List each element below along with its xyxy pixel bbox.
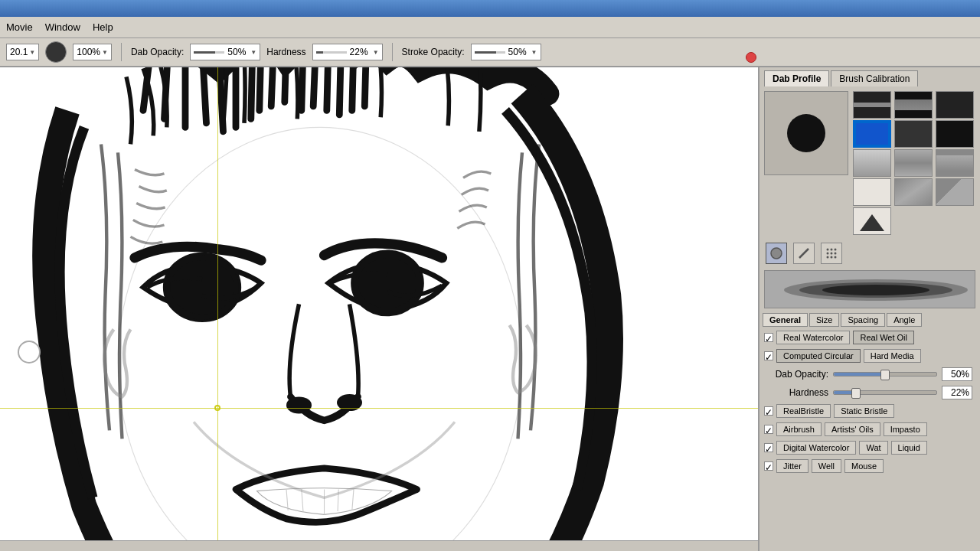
checkbox-digital-watercolor[interactable]: ✓ xyxy=(764,443,773,452)
tab-dab-profile[interactable]: Dab Profile xyxy=(764,70,829,86)
dab-opacity-row: Dab Opacity: 50% xyxy=(760,365,980,383)
menu-window[interactable]: Window xyxy=(45,21,80,33)
svg-point-15 xyxy=(835,253,837,255)
btn-liquid[interactable]: Liquid xyxy=(891,441,927,455)
dab-opacity-panel-value[interactable]: 50% xyxy=(942,367,972,381)
brush-thumb-7[interactable] xyxy=(853,149,891,177)
hardness-slider-box[interactable]: 22% ▼ xyxy=(312,44,383,60)
checkbox-bristle[interactable]: ✓ xyxy=(764,406,773,416)
dab-opacity-thumb[interactable] xyxy=(880,370,890,380)
dab-opacity-slider-box[interactable]: 50% ▼ xyxy=(190,44,260,60)
hardness-mini-slider[interactable] xyxy=(316,51,347,54)
cat-spacing[interactable]: Spacing xyxy=(841,313,885,327)
hardness-value: 22% xyxy=(350,47,368,57)
btn-computed-circular[interactable]: Computed Circular xyxy=(776,349,861,363)
checkbox-watercolor[interactable]: ✓ xyxy=(764,333,773,342)
hardness-panel-value[interactable]: 22% xyxy=(942,386,972,399)
tab-brush-calibration[interactable]: Brush Calibration xyxy=(831,70,918,86)
brush-thumb-12[interactable] xyxy=(936,178,974,206)
cat-angle[interactable]: Angle xyxy=(887,313,922,327)
zoom-pct-select[interactable]: 100% ▼ xyxy=(73,44,112,60)
zoom-pct-arrow: ▼ xyxy=(102,49,108,56)
zoom-value-text: 20.1 xyxy=(10,47,28,57)
btn-impasto[interactable]: Impasto xyxy=(884,422,927,436)
tool-dots-btn[interactable] xyxy=(821,243,842,264)
guide-intersection xyxy=(214,405,220,411)
brush-thumb-3[interactable] xyxy=(936,91,974,119)
right-panel: Dab Profile Brush Calibration xyxy=(758,67,980,551)
dab-opacity-mini-slider[interactable] xyxy=(194,51,224,54)
stroke-opacity-mini-slider[interactable] xyxy=(475,51,505,54)
checkbox-jitter[interactable]: ✓ xyxy=(764,461,773,471)
window-close-button[interactable] xyxy=(746,52,756,63)
checkbox-airbrush[interactable]: ✓ xyxy=(764,425,773,434)
option-row-bristle: ✓ RealBristle Static Bristle xyxy=(760,402,980,420)
brush-thumb-5[interactable] xyxy=(894,120,933,148)
menu-help[interactable]: Help xyxy=(93,21,113,33)
horizontal-scrollbar[interactable] xyxy=(0,540,758,551)
brush-thumb-10[interactable] xyxy=(853,178,891,206)
svg-point-11 xyxy=(831,249,833,251)
checkbox-computed[interactable]: ✓ xyxy=(764,351,773,360)
menu-movie[interactable]: Movie xyxy=(6,21,33,33)
btn-well[interactable]: Well xyxy=(812,459,841,473)
brush-thumb-11[interactable] xyxy=(894,178,933,206)
brush-thumb-6[interactable] xyxy=(936,120,974,148)
btn-real-wet-oil[interactable]: Real Wet Oil xyxy=(853,331,914,344)
svg-point-12 xyxy=(835,249,837,251)
stroke-opacity-slider-box[interactable]: 50% ▼ xyxy=(471,44,541,60)
svg-point-6 xyxy=(286,396,312,413)
zoom-value-select[interactable]: 20.1 ▼ xyxy=(6,44,39,60)
svg-point-8 xyxy=(771,248,782,259)
btn-wat[interactable]: Wat xyxy=(859,441,887,455)
guide-horizontal xyxy=(0,408,758,409)
option-row-jitter: ✓ Jitter Well Mouse xyxy=(760,457,980,475)
btn-real-watercolor[interactable]: Real Watercolor xyxy=(776,331,850,344)
btn-hard-media[interactable]: Hard Media xyxy=(864,349,921,363)
dab-opacity-track[interactable] xyxy=(833,372,937,377)
slash-icon xyxy=(797,246,811,260)
dab-opacity-panel-label: Dab Opacity: xyxy=(767,369,828,380)
brush-dot-preview xyxy=(787,114,825,152)
zoom-value-arrow: ▼ xyxy=(29,49,35,56)
btn-real-bristle[interactable]: RealBristle xyxy=(776,404,831,418)
brush-thumb-2[interactable] xyxy=(894,91,933,119)
hardness-arrow: ▼ xyxy=(373,49,379,56)
svg-point-10 xyxy=(827,249,829,251)
hardness-track[interactable] xyxy=(833,390,937,395)
cat-size[interactable]: Size xyxy=(809,313,839,327)
brush-thumb-4[interactable] xyxy=(853,120,891,148)
btn-mouse[interactable]: Mouse xyxy=(844,459,884,473)
svg-point-5 xyxy=(358,258,417,308)
brush-thumb-1[interactable] xyxy=(853,91,891,119)
brush-preview-area xyxy=(760,86,980,240)
category-tabs: General Size Spacing Angle xyxy=(760,311,980,328)
option-row-airbrush: ✓ Airbrush Artists' Oils Impasto xyxy=(760,420,980,439)
canvas-drawing xyxy=(0,67,758,551)
btn-airbrush[interactable]: Airbrush xyxy=(776,422,822,436)
stroke-preview-svg xyxy=(765,271,975,308)
tool-slash-btn[interactable] xyxy=(793,243,815,264)
circle-icon xyxy=(769,246,783,260)
btn-artists-oils[interactable]: Artists' Oils xyxy=(825,422,880,436)
brush-thumb-8[interactable] xyxy=(894,149,933,177)
brush-preview-toolbar[interactable] xyxy=(45,41,67,63)
toolbar: 20.1 ▼ 100% ▼ Dab Opacity: 50% ▼ Hardnes… xyxy=(0,38,980,67)
panel-tabs: Dab Profile Brush Calibration xyxy=(760,67,980,86)
hardness-label: Hardness xyxy=(266,47,305,57)
svg-point-18 xyxy=(835,256,837,259)
dab-opacity-arrow: ▼ xyxy=(250,49,256,56)
sep1 xyxy=(121,43,122,61)
btn-static-bristle[interactable]: Static Bristle xyxy=(834,404,894,418)
svg-point-21 xyxy=(822,285,929,295)
hardness-thumb[interactable] xyxy=(851,388,861,399)
btn-digital-watercolor[interactable]: Digital Watercolor xyxy=(776,441,856,455)
tool-circle-btn[interactable] xyxy=(766,243,787,264)
brush-thumb-9[interactable] xyxy=(936,149,974,177)
stroke-opacity-label: Stroke Opacity: xyxy=(402,47,465,57)
cat-general[interactable]: General xyxy=(763,313,808,327)
dab-opacity-fill xyxy=(834,373,885,376)
canvas-area[interactable] xyxy=(0,67,758,551)
brush-thumb-13[interactable] xyxy=(853,207,891,235)
btn-jitter[interactable]: Jitter xyxy=(776,459,808,473)
